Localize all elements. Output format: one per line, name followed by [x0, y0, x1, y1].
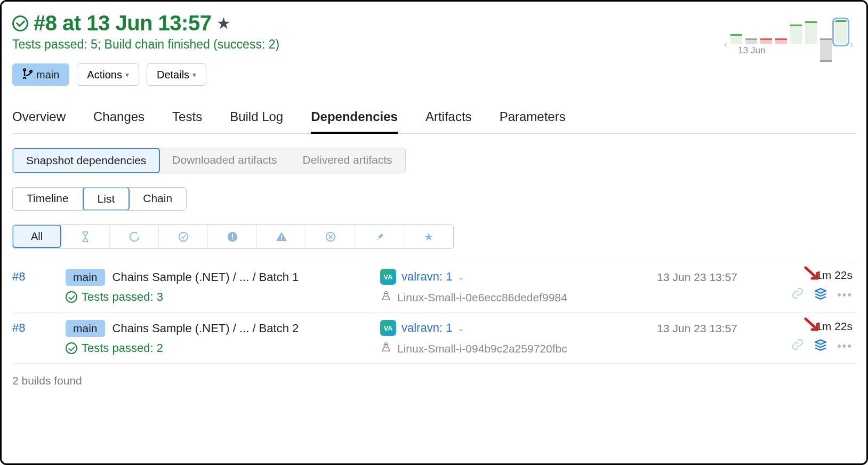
- user-link[interactable]: valravn: 1: [401, 270, 452, 284]
- actions-label: Actions: [87, 69, 122, 81]
- link-icon[interactable]: [791, 338, 804, 354]
- chevron-down-icon: ▾: [192, 70, 196, 79]
- tab-parameters[interactable]: Parameters: [500, 109, 566, 133]
- success-icon: [66, 342, 77, 354]
- arrow-annotation-icon: [803, 317, 822, 337]
- build-number[interactable]: #8: [12, 269, 66, 284]
- tab-overview[interactable]: Overview: [12, 109, 66, 133]
- artifacts-stack-icon[interactable]: [814, 287, 827, 303]
- branch-badge[interactable]: main: [66, 269, 105, 286]
- svg-point-12: [387, 344, 387, 345]
- linux-icon: [380, 341, 392, 356]
- favorite-star-icon[interactable]: ★: [216, 14, 231, 33]
- filter-success-icon[interactable]: [159, 225, 208, 248]
- view-timeline[interactable]: Timeline: [13, 188, 83, 210]
- user-link[interactable]: valravn: 1: [401, 321, 452, 335]
- chevron-down-icon: ▾: [125, 70, 129, 79]
- chart-prev-icon[interactable]: ‹: [724, 38, 728, 50]
- success-icon: [12, 15, 28, 31]
- main-tabs: Overview Changes Tests Build Log Depende…: [12, 109, 856, 134]
- chevron-down-icon[interactable]: ⌄: [457, 323, 464, 333]
- tab-tests[interactable]: Tests: [172, 109, 202, 133]
- svg-rect-3: [232, 239, 233, 240]
- filter-warning-icon[interactable]: [257, 225, 306, 248]
- branch-button[interactable]: main: [12, 63, 69, 86]
- details-button[interactable]: Details ▾: [147, 63, 206, 86]
- svg-point-11: [385, 344, 385, 345]
- filter-running-icon[interactable]: [110, 225, 159, 248]
- linux-icon: [380, 290, 392, 304]
- tab-dependencies[interactable]: Dependencies: [311, 109, 398, 134]
- svg-point-7: [384, 292, 388, 296]
- page-title: #8 at 13 Jun 13:57: [34, 11, 211, 35]
- filter-failed-icon[interactable]: [208, 225, 257, 248]
- filter-favorite-icon[interactable]: ★: [404, 225, 453, 248]
- link-icon[interactable]: [791, 287, 804, 303]
- view-chain[interactable]: Chain: [129, 188, 186, 210]
- agent-name[interactable]: Linux-Small-i-094b9c2a259720fbc: [397, 342, 567, 355]
- build-date: 13 Jun 23 13:57: [620, 269, 743, 284]
- branch-label: main: [36, 69, 59, 81]
- filter-all[interactable]: All: [12, 225, 61, 248]
- branch-badge[interactable]: main: [66, 320, 105, 337]
- svg-point-9: [387, 293, 387, 294]
- tab-changes[interactable]: Changes: [93, 109, 144, 133]
- svg-point-8: [385, 293, 385, 294]
- branch-icon: [22, 67, 33, 82]
- details-label: Details: [157, 69, 189, 81]
- build-date: 13 Jun 23 13:57: [620, 320, 743, 335]
- filter-queued-icon[interactable]: [61, 225, 110, 248]
- tab-build-log[interactable]: Build Log: [230, 109, 283, 133]
- builds-list: #8 main Chains Sample (.NET) / ... / Bat…: [12, 261, 856, 364]
- chart-date-label: 13 Jun: [738, 45, 765, 56]
- build-row[interactable]: #8 main Chains Sample (.NET) / ... / Bat…: [12, 312, 856, 364]
- subtab-snapshot[interactable]: Snapshot dependencies: [12, 148, 160, 173]
- chart-next-icon[interactable]: ›: [850, 38, 854, 50]
- dependency-type-tabs: Snapshot dependencies Downloaded artifac…: [12, 148, 406, 173]
- build-history-chart[interactable]: ‹ 13 Jun ›: [724, 20, 854, 68]
- svg-point-0: [179, 232, 188, 242]
- svg-rect-2: [232, 234, 233, 238]
- build-row[interactable]: #8 main Chains Sample (.NET) / ... / Bat…: [12, 261, 856, 312]
- subtab-downloaded[interactable]: Downloaded artifacts: [159, 148, 290, 173]
- status-filter-bar: All ★: [12, 225, 454, 249]
- chevron-down-icon[interactable]: ⌄: [457, 272, 464, 282]
- svg-rect-5: [281, 239, 282, 240]
- view-list[interactable]: List: [83, 187, 130, 211]
- build-status: Tests passed: 2: [82, 341, 163, 355]
- actions-button[interactable]: Actions ▾: [77, 63, 139, 86]
- subtab-delivered[interactable]: Delivered artifacts: [290, 148, 405, 173]
- avatar: VA: [380, 320, 396, 336]
- more-icon[interactable]: •••: [837, 339, 853, 353]
- filter-pinned-icon[interactable]: [355, 225, 404, 248]
- results-count: 2 builds found: [12, 374, 856, 387]
- svg-rect-4: [281, 235, 282, 238]
- build-number[interactable]: #8: [12, 320, 66, 335]
- filter-canceled-icon[interactable]: [306, 225, 355, 248]
- tab-artifacts[interactable]: Artifacts: [425, 109, 472, 133]
- more-icon[interactable]: •••: [837, 288, 853, 302]
- build-status-text: Tests passed: 5; Build chain finished (s…: [12, 37, 279, 52]
- arrow-annotation-icon: [803, 266, 822, 286]
- agent-name[interactable]: Linux-Small-i-0e6ecc86dedef9984: [397, 291, 567, 304]
- svg-point-10: [384, 343, 388, 348]
- build-status: Tests passed: 3: [82, 290, 163, 304]
- artifacts-stack-icon[interactable]: [814, 338, 827, 354]
- success-icon: [66, 291, 77, 303]
- view-mode-buttons: Timeline List Chain: [12, 187, 187, 211]
- build-path: Chains Sample (.NET) / ... / Batch 1: [112, 270, 299, 284]
- build-path: Chains Sample (.NET) / ... / Batch 2: [112, 322, 299, 335]
- avatar: VA: [380, 269, 396, 285]
